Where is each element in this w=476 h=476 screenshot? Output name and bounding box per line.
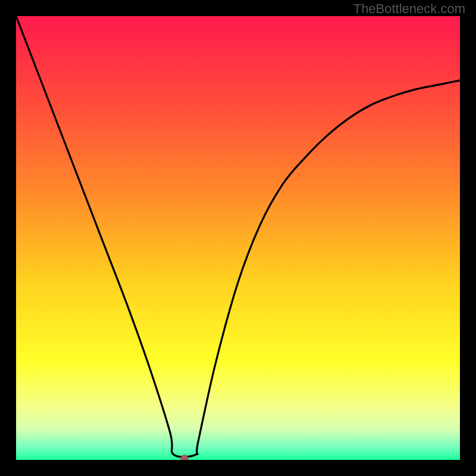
chart-curve [16, 16, 460, 460]
watermark-text: TheBottleneck.com [353, 1, 465, 17]
chart-plot-area [16, 16, 460, 460]
